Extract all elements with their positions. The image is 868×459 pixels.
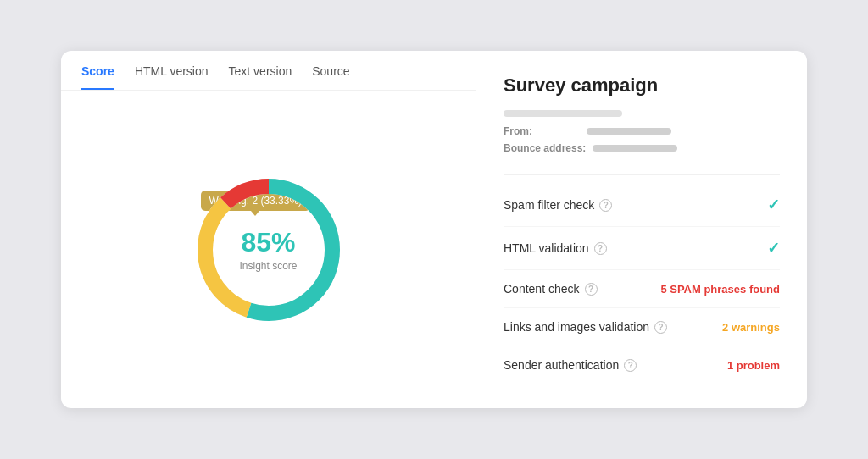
check-status-spam: ✓ [767,196,780,214]
bounce-label: Bounce address: [504,142,586,154]
check-name-links: Links and images validation [504,320,649,334]
campaign-title: Survey campaign [504,75,780,97]
divider [504,174,780,175]
check-row-spam-filter[interactable]: Spam filter check ? ✓ [504,184,780,227]
chart-area: Warning: 2 (33.33%) 85% Insight score [61,91,476,408]
from-row: From: [504,125,780,137]
check-status-links: 2 warnings [722,321,780,334]
info-icon-content[interactable]: ? [585,283,598,296]
tab-html-version[interactable]: HTML version [135,51,209,90]
bounce-row: Bounce address: [504,142,780,154]
from-label: From: [504,125,580,137]
check-status-content: 5 SPAM phrases found [660,283,780,296]
score-label: Insight score [239,260,297,272]
main-card: Score HTML version Text version Source W… [61,51,807,408]
check-name-html: HTML validation [504,241,589,255]
tab-text-version[interactable]: Text version [229,51,292,90]
bounce-value-bar [593,145,677,152]
check-row-links[interactable]: Links and images validation ? 2 warnings [504,308,780,346]
check-row-content[interactable]: Content check ? 5 SPAM phrases found [504,270,780,308]
info-icon-links[interactable]: ? [654,321,667,334]
check-status-sender: 1 problem [727,359,780,372]
tab-bar: Score HTML version Text version Source [61,51,476,91]
left-panel: Score HTML version Text version Source W… [61,51,476,408]
check-status-html: ✓ [767,239,780,257]
check-left-spam: Spam filter check ? [504,198,612,212]
info-icon-sender[interactable]: ? [624,359,637,372]
check-left-html: HTML validation ? [504,241,607,255]
check-left-content: Content check ? [504,282,598,296]
right-panel: Survey campaign From: Bounce address: Sp… [476,51,807,408]
score-center: 85% Insight score [239,227,297,272]
campaign-meta-bar [504,110,622,117]
tab-score[interactable]: Score [81,51,114,90]
tab-source[interactable]: Source [312,51,349,90]
check-left-links: Links and images validation ? [504,320,667,334]
info-icon-html[interactable]: ? [594,242,607,255]
check-name-content: Content check [504,282,580,296]
check-name-sender: Sender authentication [504,358,619,372]
check-left-sender: Sender authentication ? [504,358,637,372]
check-row-sender[interactable]: Sender authentication ? 1 problem [504,346,780,384]
info-icon-spam[interactable]: ? [599,199,612,212]
check-name-spam: Spam filter check [504,198,594,212]
check-row-html-validation[interactable]: HTML validation ? ✓ [504,227,780,270]
donut-chart: Warning: 2 (33.33%) 85% Insight score [184,165,353,335]
from-value-bar [587,128,671,135]
score-percentage: 85% [239,227,297,258]
